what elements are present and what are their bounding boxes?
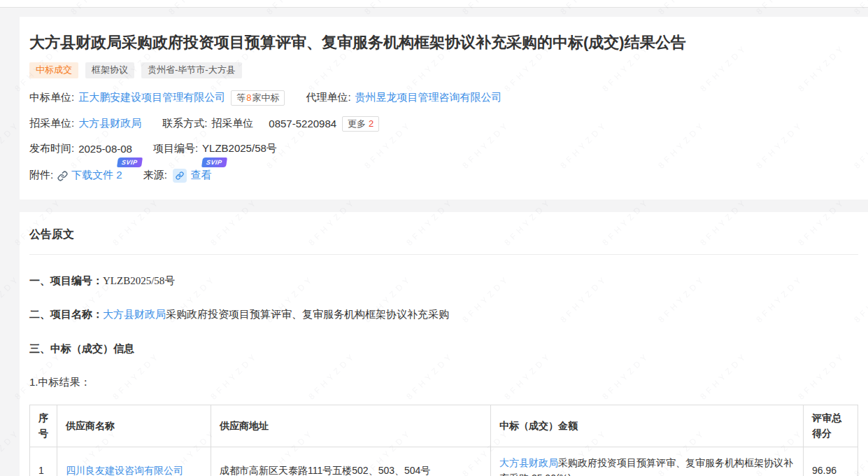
result-list-label: 1.中标结果： — [29, 376, 858, 389]
cell-award-amount: 大方县财政局采购政府投资项目预算评审、复审服务机构框架协议补充采购:35.00(… — [491, 447, 804, 476]
doc-item-project-name: 二、项目名称：大方县财政局采购政府投资项目预算评审、复审服务机构框架协议补充采购 — [29, 307, 858, 323]
divider — [29, 254, 858, 255]
download-files-link[interactable]: 下载文件 2 — [71, 169, 122, 182]
source-link-icon[interactable] — [173, 169, 187, 183]
cell-supplier-name: 四川良友建设咨询有限公司 — [57, 447, 211, 476]
contact-label: 联系方式: — [162, 117, 207, 130]
section-title-original-text: 公告原文 — [29, 226, 858, 242]
project-number-label: 一、项目编号： — [29, 274, 103, 286]
cell-supplier-address: 成都市高新区天泰路111号五楼502、503、504号 — [211, 447, 491, 476]
winner-label: 中标单位: — [29, 91, 74, 104]
watermark-text: 8FHYZDY — [0, 427, 22, 476]
col-header-index: 序号 — [30, 405, 57, 447]
col-header-award-amount: 中标（成交）金额 — [491, 405, 804, 447]
more-contacts-badge[interactable]: 更多2 — [342, 116, 379, 132]
agency-company-link[interactable]: 贵州昱龙项目管理咨询有限公司 — [355, 91, 502, 104]
meta-row-winner: 中标单位: 正大鹏安建设项目管理有限公司 等8家中标 代理单位: 贵州昱龙项目管… — [29, 90, 858, 106]
doc-item-award-info: 三、中标（成交）信息 — [29, 341, 858, 357]
badge-suffix: 家中标 — [252, 92, 279, 104]
cell-review-score: 96.96 — [804, 447, 858, 476]
col-header-supplier-address: 供应商地址 — [211, 405, 491, 447]
col-header-supplier-name: 供应商名称 — [57, 405, 211, 447]
winners-count: 8 — [246, 92, 251, 103]
doc-item-project-number: 一、项目编号：YLZB2025/58号 — [29, 273, 858, 289]
publish-date-value: 2025-08-08 — [78, 143, 132, 155]
project-name-rest: 采购政府投资项目预算评审、复审服务机构框架协议补充采购 — [166, 308, 449, 320]
purchaser-link[interactable]: 大方县财政局 — [78, 117, 141, 130]
amount-purchaser-link[interactable]: 大方县财政局 — [499, 457, 558, 468]
tag-result-type: 中标成交 — [29, 62, 78, 78]
tag-region: 贵州省-毕节市-大方县 — [141, 62, 242, 78]
announcement-header-card: 大方县财政局采购政府投资项目预算评审、复审服务机构框架协议补充采购的中标(成交)… — [20, 17, 868, 200]
svip-badge[interactable]: SVIP — [117, 158, 142, 167]
cell-index: 1 — [30, 447, 57, 476]
supplier-link[interactable]: 四川良友建设咨询有限公司 — [66, 465, 183, 476]
source-label: 来源: — [143, 169, 167, 182]
award-info-label: 三、中标（成交）信息 — [29, 342, 134, 354]
svip-badge[interactable]: SVIP — [201, 158, 227, 167]
tag-row: 中标成交 框架协议 贵州省-毕节市-大方县 — [29, 62, 858, 78]
contact-value: 招采单位 — [211, 117, 253, 130]
results-table: 序号 供应商名称 供应商地址 中标（成交）金额 评审总得分 1 四川良友建设咨询… — [29, 405, 858, 476]
announcement-body-card: 公告原文 一、项目编号：YLZB2025/58号 二、项目名称：大方县财政局采购… — [20, 212, 868, 476]
results-table-head: 序号 供应商名称 供应商地址 中标（成交）金额 评审总得分 — [30, 405, 858, 447]
publish-date-label: 发布时间: — [29, 142, 74, 155]
meta-row-publish: 发布时间: 2025-08-08 项目编号: YLZB2025/58号 — [29, 142, 858, 155]
page-title: 大方县财政局采购政府投资项目预算评审、复审服务机构框架协议补充采购的中标(成交)… — [29, 32, 858, 53]
col-header-review-score: 评审总得分 — [804, 405, 858, 447]
more-winners-badge[interactable]: 等8家中标 — [231, 90, 285, 106]
watermark-text: 8FHYZDY — [0, 119, 22, 170]
meta-row-attachment: SVIP SVIP 附件: 下载文件 2 来源: 查看 — [29, 169, 858, 183]
header-row: 序号 供应商名称 供应商地址 中标（成交）金额 评审总得分 — [30, 405, 858, 447]
project-name-label: 二、项目名称： — [29, 308, 103, 320]
view-source-link[interactable]: 查看 — [191, 169, 212, 182]
project-no-label: 项目编号: — [153, 142, 198, 155]
attachment-label: 附件: — [29, 169, 53, 182]
project-no-value: YLZB2025/58号 — [202, 142, 277, 155]
top-strip — [0, 0, 868, 8]
more-count: 2 — [369, 118, 373, 129]
badge-prefix: 等 — [236, 92, 246, 104]
table-row: 1 四川良友建设咨询有限公司 成都市高新区天泰路111号五楼502、503、50… — [30, 447, 858, 476]
agency-label: 代理单位: — [306, 91, 350, 104]
winner-company-link[interactable]: 正大鹏安建设项目管理有限公司 — [78, 91, 225, 104]
purchaser-label: 招采单位: — [29, 117, 74, 130]
contact-phone: 0857-5220984 — [269, 118, 336, 130]
meta-row-purchaser: 招采单位: 大方县财政局 联系方式: 招采单位 0857-5220984 更多2 — [29, 116, 858, 132]
project-name-purchaser-link[interactable]: 大方县财政局 — [103, 308, 166, 320]
watermark-text: 8FHYZDY — [0, 273, 22, 324]
tag-agreement-type: 框架协议 — [85, 62, 134, 78]
results-table-body: 1 四川良友建设咨询有限公司 成都市高新区天泰路111号五楼502、503、50… — [30, 447, 858, 476]
more-label: 更多 — [348, 118, 366, 130]
project-number-value: YLZB2025/58号 — [103, 275, 175, 286]
attachment-link-icon — [57, 171, 68, 181]
